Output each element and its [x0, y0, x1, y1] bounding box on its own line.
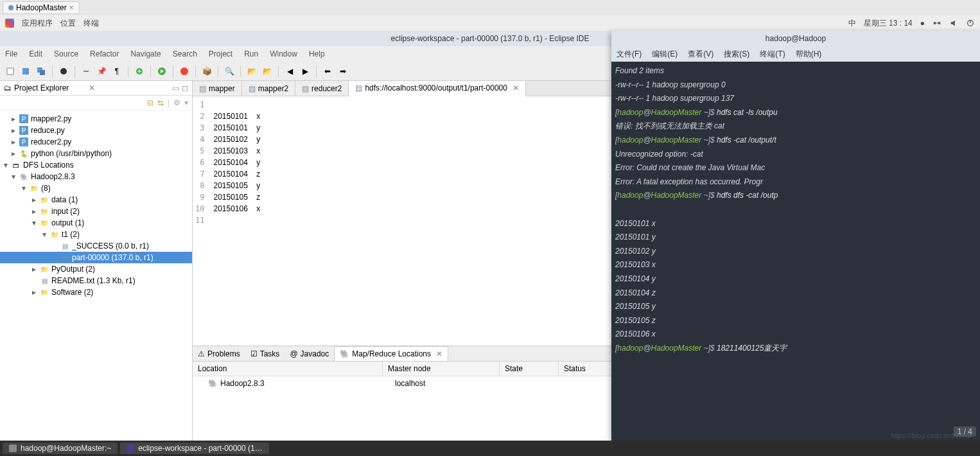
filter-icon[interactable]: ⚙: [173, 98, 180, 107]
menu-help[interactable]: Help: [309, 49, 325, 58]
tree-item[interactable]: ▾📁t1 (2): [0, 229, 192, 240]
open-folder-icon[interactable]: 📂: [245, 65, 258, 78]
twisty-icon[interactable]: ▸: [10, 114, 17, 123]
editor-tab[interactable]: ▤hdfs://localhost:9000/output/t1/part-00…: [349, 81, 526, 96]
twisty-icon[interactable]: ▸: [31, 195, 37, 204]
tree-item[interactable]: ▸Pmapper2.py: [0, 113, 192, 125]
search-icon[interactable]: 🔍: [223, 65, 236, 78]
terminal-body[interactable]: Found 2 items-rw-r--r-- 1 hadoop supergr…: [611, 62, 980, 441]
tree-item[interactable]: ▸🐍python (/usr/bin/python): [0, 148, 192, 159]
link-editor-icon[interactable]: ⇆: [157, 98, 164, 107]
tree-item[interactable]: ▾🐘Hadoop2.8.3: [0, 171, 192, 182]
back-icon[interactable]: ⬅: [321, 65, 334, 78]
tree-item[interactable]: ▾🗃DFS Locations: [0, 159, 192, 171]
editor-tab[interactable]: ▤mapper: [193, 81, 242, 96]
term-menu-file[interactable]: 文件(F): [617, 49, 642, 60]
window-tab[interactable]: HadoopMaster ×: [3, 1, 80, 14]
run-last-icon[interactable]: [178, 65, 191, 78]
col-master[interactable]: Master node: [383, 362, 500, 376]
tree-item[interactable]: ▸Preduce.py: [0, 125, 192, 136]
menu-file[interactable]: File: [5, 49, 17, 58]
twisty-icon[interactable]: ▸: [31, 265, 37, 274]
twisty-icon[interactable]: ▸: [10, 126, 17, 135]
network-icon[interactable]: [932, 19, 941, 28]
tree-item[interactable]: ▸📁data (1): [0, 194, 192, 206]
tree-item[interactable]: ▸📁PyOutput (2): [0, 263, 192, 275]
twisty-icon[interactable]: ▾: [41, 230, 48, 239]
tree-item[interactable]: ▾📁output (1): [0, 217, 192, 229]
tree-item[interactable]: ▸Preducer2.py: [0, 136, 192, 148]
menu-edit[interactable]: Edit: [29, 49, 42, 58]
forward-icon[interactable]: ➡: [337, 65, 349, 78]
taskbar-item-terminal[interactable]: hadoop@HadoopMaster:~: [3, 443, 118, 454]
term-menu-view[interactable]: 查看(V): [688, 49, 713, 60]
twisty-icon[interactable]: ▸: [10, 149, 17, 158]
menu-refactor[interactable]: Refactor: [90, 49, 119, 58]
close-icon[interactable]: ✕: [436, 349, 442, 358]
term-menu-terminal[interactable]: 终端(T): [760, 49, 785, 60]
menu-project[interactable]: Project: [209, 49, 232, 58]
volume-icon[interactable]: [949, 19, 958, 28]
activities-icon[interactable]: [5, 19, 14, 28]
menu-source[interactable]: Source: [54, 49, 78, 58]
open-type-icon[interactable]: 📂: [261, 65, 274, 78]
pin-icon[interactable]: 📌: [95, 65, 108, 78]
bottom-tab[interactable]: 🐘Map/Reduce Locations✕: [334, 346, 448, 361]
tree-item[interactable]: ▾📁(8): [0, 182, 192, 194]
menu-navigate[interactable]: Navigate: [130, 49, 161, 58]
tree-item[interactable]: ▤_SUCCESS (0.0 b, r1): [0, 240, 192, 252]
menu-run[interactable]: Run: [244, 49, 258, 58]
bottom-tab[interactable]: @Javadoc: [284, 346, 334, 361]
debug-icon[interactable]: [133, 65, 146, 78]
twisty-icon[interactable]: ▾: [3, 161, 9, 170]
clock[interactable]: 星期三 13 : 14: [864, 18, 913, 29]
paragraph-icon[interactable]: ¶: [110, 65, 123, 78]
save-all-icon[interactable]: [35, 65, 48, 78]
file-tree[interactable]: ▸Pmapper2.py▸Preduce.py▸Preducer2.py▸🐍py…: [0, 110, 192, 442]
col-location[interactable]: Location: [193, 362, 383, 376]
save-icon[interactable]: [19, 65, 32, 78]
build-icon[interactable]: [57, 65, 70, 78]
link-icon[interactable]: [80, 65, 92, 78]
collapse-all-icon[interactable]: ⊟: [147, 98, 153, 107]
taskbar-item-eclipse[interactable]: eclipse-workspace - part-00000 (1…: [120, 443, 268, 454]
term-menu-edit[interactable]: 编辑(E): [652, 49, 678, 60]
twisty-icon[interactable]: ▸: [31, 207, 37, 216]
tree-item[interactable]: ▸📁Software (2): [0, 286, 192, 298]
maximize-icon[interactable]: ◻: [182, 83, 188, 92]
next-annotation-icon[interactable]: ▶: [299, 65, 311, 78]
twisty-icon[interactable]: ▾: [10, 172, 17, 181]
run-icon[interactable]: [155, 65, 168, 78]
tree-item[interactable]: ▤README.txt (1.3 Kb, r1): [0, 275, 192, 286]
editor-tab[interactable]: ▤reducer2: [295, 81, 349, 96]
tree-item[interactable]: ▤part-00000 (137.0 b, r1): [0, 252, 192, 263]
close-icon[interactable]: ×: [69, 3, 74, 12]
tree-item[interactable]: ▸📁input (2): [0, 206, 192, 217]
panel-menu-places[interactable]: 位置: [60, 18, 76, 29]
new-icon[interactable]: [4, 65, 17, 78]
twisty-icon[interactable]: ▾: [31, 218, 37, 227]
twisty-icon[interactable]: ▸: [10, 137, 17, 146]
twisty-icon[interactable]: ▾: [21, 184, 27, 193]
panel-menu-terminal[interactable]: 终端: [83, 18, 99, 29]
panel-menu-apps[interactable]: 应用程序: [22, 18, 53, 29]
col-state[interactable]: State: [500, 362, 559, 376]
input-method-indicator[interactable]: 中: [848, 18, 856, 29]
tree-label: output (1): [51, 218, 84, 227]
minimize-icon[interactable]: ▭: [172, 83, 179, 92]
file-icon: ▤: [249, 84, 256, 93]
term-menu-search[interactable]: 搜索(S): [724, 49, 749, 60]
new-package-icon[interactable]: 📦: [200, 65, 213, 78]
editor-tab[interactable]: ▤mapper2: [242, 81, 295, 96]
bottom-tab[interactable]: ⚠Problems: [193, 346, 245, 361]
prev-annotation-icon[interactable]: ◀: [283, 65, 296, 78]
term-menu-help[interactable]: 帮助(H): [796, 49, 822, 60]
close-icon[interactable]: ✕: [512, 83, 519, 92]
bottom-tab[interactable]: ☑Tasks: [245, 346, 285, 361]
power-icon[interactable]: [966, 19, 975, 28]
twisty-icon[interactable]: ▸: [31, 288, 37, 297]
menu-search[interactable]: Search: [173, 49, 197, 58]
close-view-icon[interactable]: ✕: [89, 83, 95, 92]
menu-window[interactable]: Window: [270, 49, 297, 58]
view-menu-icon[interactable]: ▾: [184, 98, 188, 107]
